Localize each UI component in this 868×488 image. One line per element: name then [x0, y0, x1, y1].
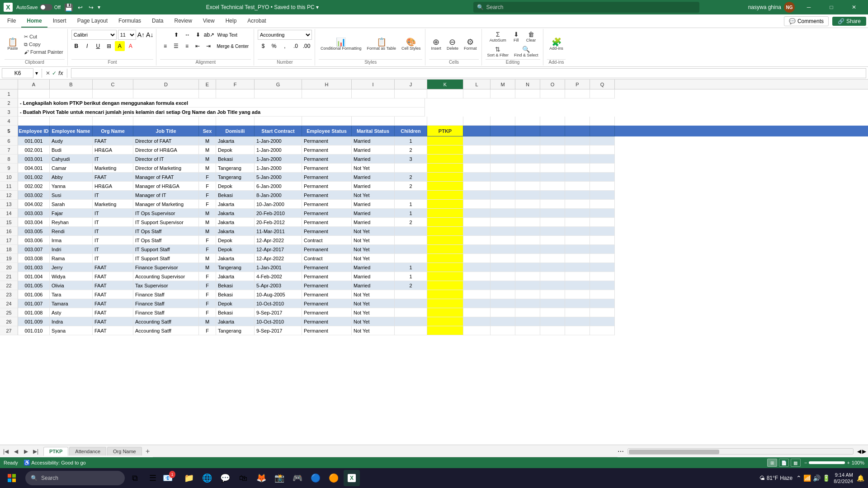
row-header-19[interactable]: 19	[0, 254, 18, 263]
cell-I27[interactable]: Not Yet	[352, 326, 395, 335]
cell-B22[interactable]: Olivia	[50, 281, 93, 290]
cell-M15[interactable]	[491, 218, 515, 227]
scroll-left-button[interactable]: ◀	[857, 448, 861, 455]
cell-L19[interactable]	[463, 254, 491, 263]
cell-B23[interactable]: Tara	[50, 290, 93, 299]
cell-D12[interactable]: Manager of IT	[133, 191, 199, 200]
cell-L8[interactable]	[463, 155, 491, 164]
cell-E9[interactable]: M	[199, 164, 216, 173]
row-header-15[interactable]: 15	[0, 218, 18, 227]
cell-H22[interactable]: Permanent	[302, 281, 352, 290]
cell-P15[interactable]	[565, 218, 590, 227]
cell-L21[interactable]	[463, 272, 491, 281]
cell-P17[interactable]	[565, 236, 590, 245]
cell-Q6[interactable]	[590, 136, 615, 145]
cell-L10[interactable]	[463, 173, 491, 182]
cell-G22[interactable]: 5-Apr-2003	[255, 281, 302, 290]
col-header-A[interactable]: A	[18, 80, 50, 89]
cell-O5[interactable]	[540, 126, 565, 136]
row-header-23[interactable]: 23	[0, 290, 18, 299]
battery-icon[interactable]: 🔋	[822, 474, 830, 482]
cell-N17[interactable]	[515, 236, 540, 245]
row-header-20[interactable]: 20	[0, 263, 18, 272]
format-cells-button[interactable]: ⚙ Format	[462, 37, 479, 52]
cell-B15[interactable]: Reyhan	[50, 218, 93, 227]
cell-E7[interactable]: M	[199, 145, 216, 155]
row-header-2[interactable]: 2	[0, 99, 18, 108]
cell-Q16[interactable]	[590, 227, 615, 236]
cell-Q20[interactable]	[590, 263, 615, 272]
cell-M14[interactable]	[491, 209, 515, 218]
cell-K6[interactable]	[427, 136, 463, 145]
cell-I24[interactable]: Not Yet	[352, 299, 395, 308]
close-button[interactable]: ✕	[844, 0, 864, 14]
row-header-18[interactable]: 18	[0, 245, 18, 254]
cell-K26[interactable]	[427, 317, 463, 326]
cell-J14[interactable]: 1	[395, 209, 427, 218]
cell-A3[interactable]: - Buatlah Pivot Table untuk mencari juml…	[18, 108, 425, 117]
col-header-M[interactable]: M	[491, 80, 515, 89]
next-sheet-button[interactable]: ▶	[22, 447, 30, 455]
conditional-formatting-button[interactable]: 📊 Conditional Formatting	[319, 37, 363, 52]
cell-B24[interactable]: Tamara	[50, 299, 93, 308]
cell-K18[interactable]	[427, 245, 463, 254]
row-header-16[interactable]: 16	[0, 227, 18, 236]
cell-Q24[interactable]	[590, 299, 615, 308]
cell-N6[interactable]	[515, 136, 540, 145]
cell-L14[interactable]	[463, 209, 491, 218]
cell-N14[interactable]	[515, 209, 540, 218]
cell-M18[interactable]	[491, 245, 515, 254]
autosum-button[interactable]: Σ AutoSum	[488, 30, 508, 43]
cell-N22[interactable]	[515, 281, 540, 290]
cell-M26[interactable]	[491, 317, 515, 326]
cell-F17[interactable]: Depok	[216, 236, 255, 245]
cell-L26[interactable]	[463, 317, 491, 326]
cell-D25[interactable]: Finance Staff	[133, 308, 199, 317]
firefox-button[interactable]: 🦊	[253, 470, 269, 486]
cell-Q11[interactable]	[590, 182, 615, 191]
cell-J26[interactable]	[395, 317, 427, 326]
cell-P5[interactable]	[565, 126, 590, 136]
cell-J15[interactable]: 2	[395, 218, 427, 227]
cell-C11[interactable]: HR&GA	[93, 182, 133, 191]
zoom-in-button[interactable]: +	[847, 460, 849, 465]
cell-K4[interactable]	[427, 117, 463, 126]
cell-O18[interactable]	[540, 245, 565, 254]
cell-B9[interactable]: Camar	[50, 164, 93, 173]
cell-P6[interactable]	[565, 136, 590, 145]
cell-A2[interactable]: - Lengkapilah kolom PTKP berikut dengan …	[18, 99, 425, 108]
cell-E23[interactable]: F	[199, 290, 216, 299]
chevron-up-icon[interactable]: ⌃	[796, 474, 802, 482]
cell-J16[interactable]	[395, 227, 427, 236]
col-header-I[interactable]: I	[352, 80, 395, 89]
cell-I10[interactable]: Married	[352, 173, 395, 182]
notification-button[interactable]: 🔔	[857, 474, 864, 482]
cell-D4[interactable]	[133, 117, 199, 126]
cell-E21[interactable]: F	[199, 272, 216, 281]
cell-O9[interactable]	[540, 164, 565, 173]
cell-K12[interactable]	[427, 191, 463, 200]
row-header-9[interactable]: 9	[0, 164, 18, 173]
col-header-B[interactable]: B	[50, 80, 93, 89]
row-header-6[interactable]: 6	[0, 136, 18, 145]
cell-M9[interactable]	[491, 164, 515, 173]
cell-O1[interactable]	[540, 89, 565, 99]
cell-H11[interactable]: Permanent	[302, 182, 352, 191]
orientation-button[interactable]: ab↗	[204, 30, 214, 40]
comments-button[interactable]: 💬 Comments	[784, 16, 829, 26]
cell-B10[interactable]: Abby	[50, 173, 93, 182]
chrome-button[interactable]: 🔵	[307, 470, 324, 486]
cell-C7[interactable]: HR&GA	[93, 145, 133, 155]
cell-E5[interactable]: Sex	[199, 126, 216, 136]
cell-I13[interactable]: Married	[352, 200, 395, 209]
row-header-8[interactable]: 8	[0, 155, 18, 164]
row-header-1[interactable]: 1	[0, 89, 18, 99]
cell-C27[interactable]: FAAT	[93, 326, 133, 335]
cell-G15[interactable]: 20-Feb-2012	[255, 218, 302, 227]
cell-L12[interactable]	[463, 191, 491, 200]
cell-D22[interactable]: Tax Supervisor	[133, 281, 199, 290]
cell-E24[interactable]: F	[199, 299, 216, 308]
cell-E17[interactable]: F	[199, 236, 216, 245]
normal-view-button[interactable]: ⊞	[767, 459, 777, 467]
cell-Q14[interactable]	[590, 209, 615, 218]
